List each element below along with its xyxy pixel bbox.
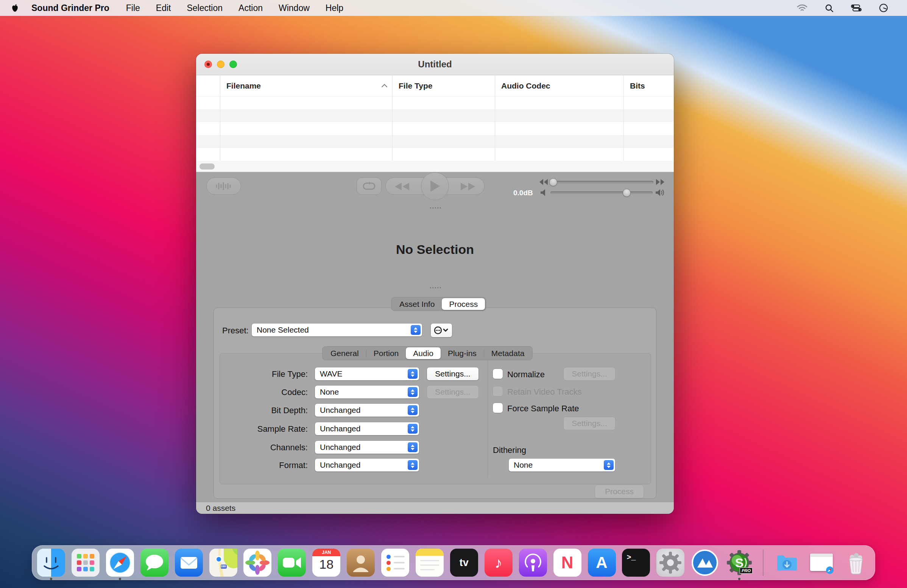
dock-icon-downloads-folder[interactable]: [773, 549, 801, 577]
dock-icon-sound-grinder-pro[interactable]: S PRO: [725, 549, 753, 577]
waveform-view-button[interactable]: [206, 177, 241, 195]
dock-icon-apple-tv[interactable]: tv: [450, 549, 478, 577]
control-center-icon[interactable]: [851, 5, 862, 11]
apple-tv-glyph: tv: [450, 549, 478, 577]
dock-icon-music[interactable]: ♪: [484, 549, 513, 577]
tab-general[interactable]: General: [323, 347, 366, 359]
dock-icon-calendar[interactable]: JAN 18: [312, 549, 340, 577]
tab-audio[interactable]: Audio: [406, 347, 441, 359]
file-type-settings-button[interactable]: Settings...: [427, 368, 479, 380]
close-button[interactable]: [204, 61, 212, 68]
minimize-button[interactable]: [217, 61, 224, 68]
play-button[interactable]: [421, 172, 449, 200]
tab-portion[interactable]: Portion: [367, 347, 406, 359]
dock-icon-podcasts[interactable]: [519, 549, 547, 577]
dock-separator: [763, 550, 764, 576]
asset-table-body[interactable]: [196, 96, 674, 161]
skip-back-icon[interactable]: [539, 179, 548, 185]
volume-slider-thumb[interactable]: [623, 189, 631, 197]
menu-item-action[interactable]: Action: [239, 3, 263, 13]
sample-rate-label: Sample Rate:: [223, 424, 308, 434]
preset-label: Preset:: [222, 326, 250, 336]
calendar-day: 18: [312, 557, 340, 572]
horizontal-scrollbar[interactable]: [196, 161, 674, 172]
menu-item-help[interactable]: Help: [325, 3, 343, 13]
wifi-icon[interactable]: [797, 4, 808, 12]
channels-popup[interactable]: Unchanged: [315, 441, 419, 454]
table-header-file-type[interactable]: File Type: [392, 75, 495, 96]
loop-button[interactable]: [357, 177, 381, 195]
tab-plugins[interactable]: Plug-ins: [441, 347, 484, 359]
force-sample-rate-checkbox[interactable]: [493, 403, 503, 413]
tab-metadata[interactable]: Metadata: [484, 347, 532, 359]
menu-item-file[interactable]: File: [126, 3, 140, 13]
search-icon[interactable]: [825, 4, 833, 13]
process-panel: Preset: None Selected General Portion Au…: [213, 308, 656, 499]
dock-icon-maps[interactable]: 280: [209, 549, 237, 577]
table-header-audio-codec[interactable]: Audio Codec: [495, 75, 623, 96]
preset-popup[interactable]: None Selected: [252, 323, 422, 336]
tab-asset-info[interactable]: Asset Info: [392, 298, 442, 310]
title-bar[interactable]: Untitled: [196, 54, 674, 75]
dock-icon-minimized-window[interactable]: [808, 549, 835, 577]
scrub-slider-thumb[interactable]: [549, 178, 557, 186]
dock-icon-trash[interactable]: [842, 549, 870, 577]
dock-icon-notes[interactable]: [416, 549, 444, 577]
tab-process[interactable]: Process: [442, 298, 485, 310]
dock-icon-pro-cleaner[interactable]: [691, 549, 719, 577]
dock-icon-finder[interactable]: [37, 549, 65, 577]
codec-popup[interactable]: None: [315, 385, 419, 398]
popup-stepper-icon: [408, 460, 418, 470]
clock-icon[interactable]: [879, 3, 888, 13]
menu-item-selection[interactable]: Selection: [187, 3, 223, 13]
popup-stepper-icon: [408, 405, 418, 415]
calendar-month: JAN: [312, 549, 340, 556]
dock: 280 JAN 18: [32, 545, 875, 580]
no-selection-message: No Selection: [196, 242, 674, 257]
normalize-checkbox[interactable]: [493, 369, 503, 379]
volume-max-icon[interactable]: [655, 189, 665, 197]
dock-icon-facetime[interactable]: [278, 549, 306, 577]
status-bar: 0 assets: [196, 502, 674, 514]
bit-depth-popup[interactable]: Unchanged: [315, 404, 419, 417]
splitter-handle-top[interactable]: [429, 207, 441, 209]
table-header-bits[interactable]: Bits: [623, 75, 674, 96]
dock-icon-safari[interactable]: [106, 549, 134, 577]
popup-stepper-icon: [408, 424, 418, 434]
skip-forward-icon[interactable]: [655, 179, 665, 185]
scrub-slider-track[interactable]: [550, 181, 653, 184]
menu-item-window[interactable]: Window: [279, 3, 310, 13]
dock-icon-photos[interactable]: [244, 549, 271, 577]
volume-slider-track[interactable]: [550, 192, 652, 194]
normalize-settings-button: Settings...: [564, 368, 615, 380]
preset-actions-button[interactable]: [431, 323, 452, 337]
dock-icon-messages[interactable]: [141, 549, 168, 577]
volume-min-icon[interactable]: [540, 189, 547, 197]
sample-rate-popup[interactable]: Unchanged: [315, 422, 419, 435]
file-type-popup[interactable]: WAVE: [315, 368, 419, 380]
dithering-popup[interactable]: None: [509, 459, 615, 471]
menu-app-name[interactable]: Sound Grinder Pro: [31, 3, 109, 13]
apple-menu-icon[interactable]: [11, 4, 19, 13]
dock-icon-launchpad[interactable]: [72, 549, 99, 577]
format-popup[interactable]: Unchanged: [315, 459, 419, 471]
fast-forward-button[interactable]: [460, 182, 476, 191]
content-area: 0.0dB No Selection Asset Info Process Pr…: [196, 172, 674, 502]
rewind-button[interactable]: [394, 182, 410, 191]
loop-icon: [362, 181, 376, 191]
dock-icon-terminal[interactable]: >_: [622, 549, 650, 577]
dock-icon-contacts[interactable]: [347, 549, 375, 577]
table-header-status-column[interactable]: [196, 75, 220, 96]
dock-icon-news[interactable]: N: [553, 549, 582, 577]
horizontal-scrollbar-thumb[interactable]: [199, 163, 215, 169]
dock-icon-system-preferences[interactable]: [656, 549, 684, 577]
dock-icon-mail[interactable]: [175, 549, 203, 577]
dock-icon-app-store[interactable]: A: [588, 549, 616, 577]
menu-item-edit[interactable]: Edit: [156, 3, 171, 13]
dock-icon-reminders[interactable]: [381, 549, 409, 577]
asset-count: 0 assets: [206, 503, 236, 513]
retain-video-label: Retain Video Tracks: [507, 387, 582, 397]
zoom-button[interactable]: [229, 61, 237, 68]
table-header-filename[interactable]: Filename: [220, 75, 392, 96]
splitter-handle-bottom[interactable]: [429, 287, 441, 289]
